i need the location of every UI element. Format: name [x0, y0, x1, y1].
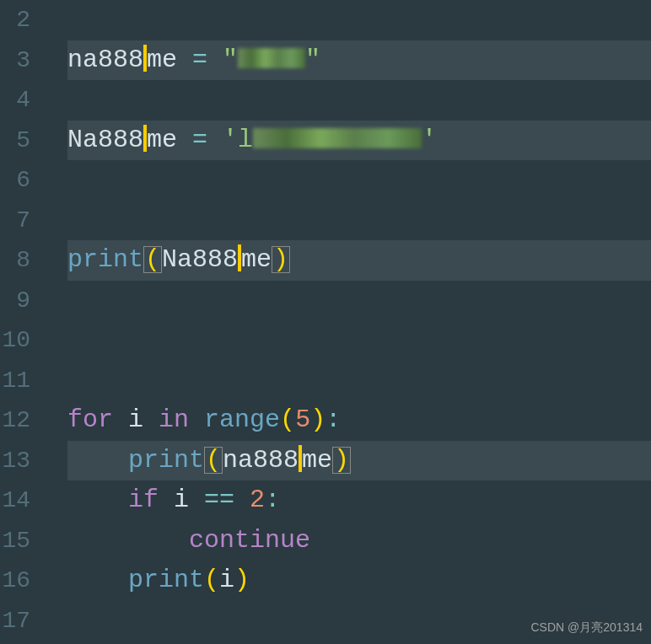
- matched-bracket: ): [332, 447, 351, 474]
- line-number: 13: [0, 441, 30, 481]
- watermark: CSDN @月亮201314: [531, 620, 643, 636]
- code-line-16[interactable]: print(i): [67, 561, 651, 601]
- line-number: 9: [0, 281, 30, 321]
- edit-cursor: [143, 45, 147, 72]
- code-line-10[interactable]: [67, 320, 651, 361]
- line-number: 2: [0, 0, 30, 40]
- line-number: 10: [0, 320, 30, 361]
- obscured-string: [253, 128, 422, 148]
- matched-bracket: (: [143, 246, 162, 273]
- code-line-3[interactable]: na888me = "": [67, 40, 651, 81]
- line-number: 17: [0, 601, 30, 641]
- code-line-14[interactable]: if i == 2:: [67, 480, 651, 521]
- line-gutter: 2 3 4 5 6 7 8 9 10 11 12 13 14 15 16 17: [0, 0, 40, 644]
- code-line-5[interactable]: Na888me = 'l': [67, 121, 651, 161]
- code-line-12[interactable]: for i in range(5):: [67, 400, 651, 441]
- code-line-4[interactable]: [67, 80, 651, 121]
- line-number: 7: [0, 201, 30, 241]
- code-area[interactable]: na888me = "" Na888me = 'l' print(Na888me…: [40, 0, 651, 644]
- edit-cursor: [143, 125, 147, 152]
- matched-bracket: (: [204, 447, 223, 474]
- edit-cursor: [299, 445, 302, 472]
- line-number: 6: [0, 160, 30, 201]
- line-number: 12: [0, 400, 30, 441]
- code-line-9[interactable]: [67, 281, 651, 321]
- code-line-6[interactable]: [67, 160, 651, 201]
- line-number: 3: [0, 40, 30, 81]
- code-line-13[interactable]: print(na888me): [67, 441, 651, 481]
- matched-bracket: ): [272, 246, 290, 273]
- line-number: 14: [0, 480, 30, 521]
- line-number: 11: [0, 361, 30, 401]
- edit-cursor: [238, 244, 241, 271]
- code-line-11[interactable]: [67, 361, 651, 401]
- code-line-15[interactable]: continue: [67, 521, 651, 561]
- obscured-string: [238, 48, 305, 68]
- line-number: 5: [0, 121, 30, 161]
- line-number: 15: [0, 521, 30, 561]
- line-number: 4: [0, 80, 30, 121]
- code-editor[interactable]: 2 3 4 5 6 7 8 9 10 11 12 13 14 15 16 17 …: [0, 0, 651, 644]
- code-line-2[interactable]: [67, 0, 651, 40]
- line-number: 16: [0, 561, 30, 601]
- code-line-7[interactable]: [67, 201, 651, 241]
- code-line-8[interactable]: print(Na888me): [67, 240, 651, 281]
- line-number: 8: [0, 240, 30, 281]
